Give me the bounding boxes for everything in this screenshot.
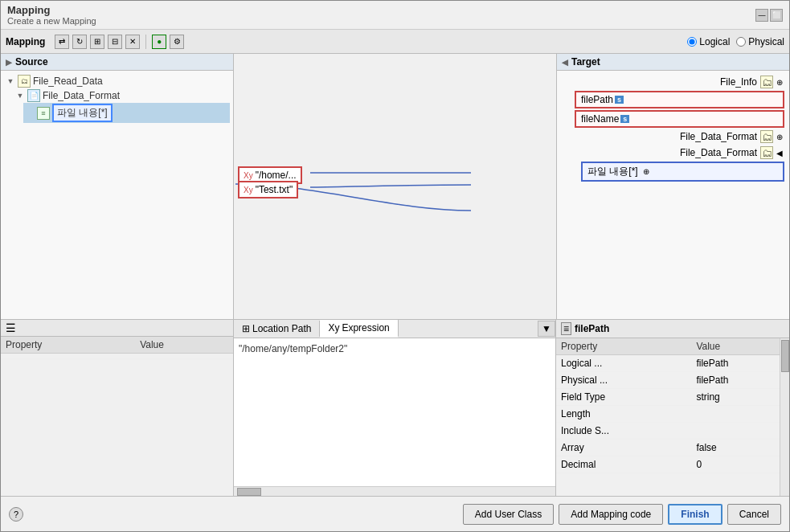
icon-root: 🗂 — [18, 75, 31, 88]
target-node-content[interactable]: 파일 내용[*] ⊕ — [581, 162, 784, 182]
expr-filepath-label: "/home/... — [256, 170, 297, 181]
fdf1-label: File_Data_Format — [563, 131, 757, 142]
target-section-file-info[interactable]: File_Info 🗂 ⊕ — [560, 74, 786, 90]
window-subtitle: Create a new Mapping — [7, 16, 96, 26]
expr-filename-icon: Xy — [244, 186, 253, 194]
tree-item-root[interactable]: ▼ 🗂 File_Read_Data — [4, 74, 230, 88]
add-mapping-code-button[interactable]: Add Mapping code — [559, 504, 663, 525]
val-cell — [135, 354, 233, 359]
physical-radio-label[interactable]: Physical — [736, 36, 784, 47]
tab-location-path[interactable]: ⊞ Location Path — [234, 321, 320, 337]
file-info-icon: 🗂 — [760, 76, 773, 88]
expand-content — [25, 108, 35, 118]
fdf2-icon: 🗂 — [760, 146, 773, 159]
val-include — [691, 423, 789, 440]
file-info-label: File_Info — [563, 76, 757, 88]
source-panel: ▶ Source ▼ 🗂 File_Read_Data ▼ 📄 File_Dat… — [1, 54, 234, 319]
scrollbar-v-right[interactable] — [780, 338, 789, 496]
label-root: File_Read_Data — [33, 76, 103, 87]
target-section-fdf2[interactable]: File_Data_Format 🗂 ◀ — [570, 145, 786, 161]
expr-text[interactable]: "/home/any/tempFolder2" — [239, 343, 347, 354]
tree-item-content[interactable]: ≡ 파일 내용[*] — [23, 103, 230, 123]
target-section-fdf1[interactable]: File_Data_Format 🗂 ⊕ — [560, 129, 786, 145]
field-icon: ≡ — [561, 322, 571, 335]
expand-root[interactable]: ▼ — [6, 76, 15, 86]
bottom-right-panel: ≡ filePath Property Value Logical ... fi… — [556, 320, 789, 496]
fdf1-expand[interactable]: ⊕ — [776, 133, 783, 141]
toolbar-separator — [145, 35, 146, 49]
logical-radio[interactable] — [687, 37, 697, 47]
toolbar-icon-1[interactable]: ⇄ — [55, 35, 69, 49]
mapping-window: Mapping Create a new Mapping — ⬜ Mapping… — [0, 0, 790, 532]
title-left: Mapping Create a new Mapping — [7, 4, 96, 26]
icon-format: 📄 — [27, 89, 40, 102]
target-node-filepath[interactable]: filePath s — [575, 91, 784, 108]
help-button[interactable]: ? — [9, 507, 23, 522]
tab-expression[interactable]: Xy Expression — [320, 320, 398, 338]
fdf2-label: File_Data_Format — [573, 147, 757, 158]
prop-row-logical: Logical ... filePath — [556, 355, 789, 372]
prop-array: Array — [556, 440, 691, 456]
scrollbar-thumb-h — [237, 488, 261, 496]
logical-radio-label[interactable]: Logical — [687, 36, 730, 47]
prop-fieldtype: Field Type — [556, 389, 691, 406]
label-format: File_Data_Format — [43, 90, 120, 101]
footer-buttons: Add User Class Add Mapping code Finish C… — [463, 504, 781, 525]
prop-row-decimal: Decimal 0 — [556, 456, 789, 473]
toolbar-icon-4[interactable]: ⊟ — [108, 35, 122, 49]
content-expand[interactable]: ⊕ — [643, 167, 649, 176]
icon-content: ≡ — [37, 107, 50, 120]
target-row-content[interactable]: 파일 내용[*] ⊕ — [579, 161, 786, 182]
finish-button[interactable]: Finish — [668, 504, 722, 525]
location-path-label: Location Path — [252, 323, 311, 334]
expr-filepath-icon: Xy — [244, 171, 253, 180]
bottom-section: ☰ Property Value — [1, 319, 789, 496]
toolbar-icon-2[interactable]: ↻ — [72, 35, 87, 49]
fdf2-expand[interactable]: ◀ — [776, 149, 783, 158]
val-col-header: Value — [135, 337, 233, 354]
physical-radio[interactable] — [736, 37, 746, 47]
prop-row-fieldtype: Field Type string — [556, 389, 789, 406]
prop-physical: Physical ... — [556, 372, 691, 389]
target-tree[interactable]: File_Info 🗂 ⊕ filePath s fileName s — [557, 71, 789, 319]
val-fieldtype: string — [691, 389, 789, 406]
add-user-class-button[interactable]: Add User Class — [463, 504, 554, 525]
toolbar-icon-5[interactable]: ✕ — [125, 35, 140, 49]
expand-format[interactable]: ▼ — [15, 91, 25, 100]
val-col-right: Value — [691, 338, 789, 355]
prop-include: Include S... — [556, 423, 691, 440]
target-row-filename[interactable]: fileName s — [573, 109, 786, 129]
toolbar-icon-3[interactable]: ⊞ — [90, 35, 104, 49]
bottom-left-header: ☰ — [1, 320, 233, 337]
restore-button[interactable]: ⬜ — [770, 9, 783, 22]
toolbar-icon-settings[interactable]: ⚙ — [170, 35, 184, 49]
prop-row-empty — [1, 354, 233, 359]
prop-row-physical: Physical ... filePath — [556, 372, 789, 389]
target-header-label: Target — [571, 56, 600, 68]
cancel-button[interactable]: Cancel — [727, 504, 781, 525]
minimize-button[interactable]: — — [755, 9, 768, 22]
location-path-icon: ⊞ — [242, 323, 250, 334]
filepath-label: filePath — [581, 94, 613, 105]
expr-filename[interactable]: Xy "Test.txt" — [238, 181, 298, 198]
source-header-label: Source — [15, 56, 48, 68]
prop-row-include: Include S... — [556, 423, 789, 440]
val-array: false — [691, 440, 789, 456]
mapping-canvas[interactable]: Xy "/home/... Xy "Test.txt" — [234, 54, 556, 319]
expr-content: "/home/any/tempFolder2" — [234, 338, 555, 486]
source-tree[interactable]: ▼ 🗂 File_Read_Data ▼ 📄 File_Data_Format … — [1, 71, 233, 319]
toolbar-icon-run[interactable]: ● — [152, 35, 166, 49]
expr-tab-bar: ⊞ Location Path Xy Expression ▼ — [234, 320, 555, 338]
footer: ? Add User Class Add Mapping code Finish… — [1, 496, 789, 531]
label-content: 파일 내용[*] — [52, 104, 113, 122]
tree-item-format[interactable]: ▼ 📄 File_Data_Format — [14, 88, 230, 103]
expr-scrollbar-h[interactable] — [234, 486, 555, 496]
prop-table-left: Property Value — [1, 337, 233, 496]
file-info-expand[interactable]: ⊕ — [776, 78, 783, 87]
prop-table-right-table: Property Value Logical ... filePath Phys… — [556, 338, 789, 473]
prop-decimal: Decimal — [556, 456, 691, 473]
prop-col-right: Property — [556, 338, 691, 355]
target-row-filepath[interactable]: filePath s — [573, 90, 786, 109]
expr-dropdown[interactable]: ▼ — [538, 321, 555, 337]
target-node-filename[interactable]: fileName s — [575, 110, 784, 128]
